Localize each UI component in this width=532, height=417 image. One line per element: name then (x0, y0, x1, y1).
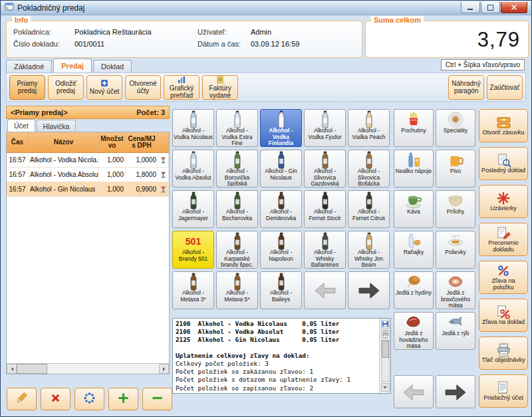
category-tile-pivo[interactable]: Pivo (436, 150, 475, 188)
save-output-button[interactable] (381, 320, 390, 329)
product-tile-alkohol-baileys[interactable]: Alkohol - Baileys (260, 271, 302, 309)
total-amount: 3,79 (477, 28, 520, 52)
cell-time: 16:57 (7, 182, 29, 196)
product-tile-alkohol-slivovica-gazdovsk[interactable]: Alkohol - Slivovica Gazdovská (304, 150, 346, 188)
sale-horizontal-scrollbar[interactable] (7, 363, 169, 374)
print-output-button[interactable] (381, 330, 390, 339)
category-tile-polievky[interactable]: Polievky (436, 231, 475, 269)
item-options-button[interactable] (74, 388, 104, 410)
toolbar-priamy-predaj[interactable]: Priamy predaj (9, 75, 45, 100)
product-tile-alkohol-whisky-ballantines[interactable]: Alkohol - Whisky Ballantines (304, 231, 346, 269)
output-scroll-thumb[interactable] (382, 341, 389, 358)
product-tile-alkohol-borovi-ka-spi-sk[interactable]: Alkohol - Borovička Spišská (216, 150, 258, 188)
output-scroll-down-arrow[interactable] (381, 383, 390, 392)
soup-icon (447, 233, 464, 249)
product-tile-alkohol-fernet-citrus[interactable]: Alkohol - Fernet Citrus (348, 190, 390, 228)
otvori-z-suvku-button[interactable]: Otvoriť zásuvku (479, 109, 528, 142)
tab-z-kladn[interactable]: Základné (6, 60, 52, 72)
bottle-icon (231, 273, 244, 290)
bottle-icon (362, 192, 376, 209)
toolbar-label: Otvorené účty (127, 80, 159, 94)
title-bar[interactable]: Pokladničný predaj (1, 1, 531, 15)
increase-qty-button[interactable] (108, 388, 138, 410)
product-tile-alkohol-jagermayer[interactable]: Alkohol - Jagermayer (172, 190, 214, 228)
toolbar-odlo-i-predaj[interactable]: Odložiť predaj (48, 75, 84, 100)
category-tile-speciality[interactable]: Speciality (436, 109, 475, 147)
products-next-button[interactable] (348, 271, 390, 309)
z-ava-na-polo-ku-button[interactable]: Zľava na položku (479, 261, 528, 294)
category-tile-pochutiny[interactable]: Pochutiny (394, 109, 434, 147)
category-tile-jedl-z-hydiny[interactable]: Jedlá z hydiny (394, 271, 434, 309)
product-tile-alkohol-fernet-stock[interactable]: Alkohol - Fernet Stock (304, 190, 346, 228)
product-label: Alkohol - Metaxa 5* (217, 290, 257, 303)
output-line: 2100 Alkohol - Vodka Nicolaus 0,05 liter (176, 320, 376, 328)
decrease-qty-button[interactable] (142, 388, 172, 410)
product-tile-alkohol-vodka-nicolaus[interactable]: Alkohol - Vodka Nicolaus (172, 109, 214, 147)
output-scrollbar[interactable] (381, 340, 390, 382)
category-tile-pr-lohy[interactable]: Prílohy (436, 190, 475, 228)
fish-icon (447, 314, 464, 331)
cell-price: 0,9900 (126, 182, 158, 196)
tab-doklad[interactable]: Doklad (93, 60, 132, 72)
scroll-left-arrow[interactable] (7, 364, 17, 374)
toolbar-grafick-preh-ad[interactable]: Grafický prehľad (164, 75, 200, 100)
products-prev-button[interactable] (304, 271, 346, 309)
scroll-thumb[interactable] (17, 364, 47, 374)
product-tile-alkohol-vodka-fjodor[interactable]: Alkohol - Vodka Fjodor (304, 109, 346, 147)
product-tile-alkohol-metaxa-3[interactable]: Alkohol - Metaxa 3* (172, 271, 214, 309)
product-tile-alkohol-karpatsk-brandy-pec[interactable]: Alkohol - Karpatské brandy špec. (216, 231, 258, 269)
minimize-button[interactable] (461, 2, 480, 13)
precenenie-dokladu-button[interactable]: Precenenie dokladu (479, 223, 528, 256)
toolbar-za-tova[interactable]: Zaúčtovať (487, 75, 523, 100)
delete-item-button[interactable] (41, 388, 70, 410)
z-ava-na-doklad-button[interactable]: Zľava na doklad (479, 299, 528, 332)
cell-name: Alkohol - Vodka Nicola... (29, 153, 99, 167)
tab-ucet[interactable]: Účet (7, 119, 35, 132)
product-tile-alkohol-gin-nicolaus[interactable]: Alkohol - Gin Nicolaus (260, 150, 302, 188)
product-tile-alkohol-dem-novka[interactable]: Alkohol - Demänovka (260, 190, 302, 228)
product-label: Alkohol - Vodka Nicolaus (174, 128, 213, 140)
category-tile-nealko-n-poje[interactable]: Nealko nápoje (394, 150, 434, 188)
product-tile-alkohol-becherovka[interactable]: Alkohol - Becherovka (216, 190, 258, 228)
product-tile-alkohol-vodka-extra-fine[interactable]: Alkohol - Vodka Extra Fine (216, 109, 258, 147)
category-tile-jedl-z-brav-ov-ho-m-sa[interactable]: Jedlá z bravčového mäsa (436, 271, 475, 309)
table-row[interactable]: 16:57Alkohol - Vodka Nicola...1,0001,000… (7, 153, 169, 168)
pencil-icon (15, 392, 28, 406)
tab-hlavicka[interactable]: Hlavička (37, 120, 76, 132)
category-tile-k-va[interactable]: Káva (394, 190, 434, 228)
table-row[interactable]: 16:57Alkohol - Vodka Absolut1,0001,8000 (7, 168, 169, 182)
product-tile-alkohol-slivovica-bo-cka[interactable]: Alkohol - Slivovica Bošácka (348, 150, 390, 188)
side-button-label: Zľava na položku (481, 278, 526, 291)
toolbar-fakt-ry-vydan[interactable]: Faktúry vydané (202, 75, 238, 100)
toolbar-n-hradn-parag-n[interactable]: Náhradný paragón (448, 75, 484, 100)
tla-objedn-vky-button[interactable]: Tlač objednávky (479, 337, 528, 370)
toolbar-nov-et[interactable]: Nový účet (86, 75, 122, 100)
table-row[interactable]: 16:57Alkohol - Gin Nicolaus1,0000,9900 (7, 182, 169, 197)
category-tile-jedl-z-r-b[interactable]: Jedlá z rýb (436, 312, 475, 350)
category-tile-ra-ajky[interactable]: Raňajky (394, 231, 434, 269)
priebe-n-et-button[interactable]: Priebežný účet (479, 374, 528, 408)
edit-item-button[interactable] (7, 388, 37, 410)
side-button-label: Precenenie dokladu (481, 240, 526, 253)
product-tile-alkohol-vodka-finlandia[interactable]: Alkohol - Vodka Finlandia (260, 109, 302, 147)
tab-predaj[interactable]: Predaj (53, 59, 92, 72)
categories-next-button[interactable] (436, 375, 475, 408)
uz-vierky-button[interactable]: Uzávierky (479, 185, 528, 218)
product-tile-alkohol-vodka-peach[interactable]: Alkohol - Vodka Peach (348, 109, 390, 147)
scroll-right-arrow[interactable] (159, 364, 169, 374)
product-tile-alkohol-vodka-absolut[interactable]: Alkohol - Vodka Absolut (172, 150, 214, 188)
scroll-track[interactable] (47, 364, 159, 374)
product-tile-alkohol-napoleon[interactable]: Alkohol - Napoleon (260, 231, 302, 269)
product-tile-alkohol-metaxa-5[interactable]: Alkohol - Metaxa 5* (216, 271, 258, 309)
category-tile-jedl-z-hov-dzieho-m-sa[interactable]: Jedlá z hovädzieho mäsa (394, 312, 434, 350)
categories-prev-button[interactable] (394, 375, 434, 408)
cell-qty: 1,000 (99, 182, 126, 196)
maximize-button[interactable] (481, 2, 500, 13)
product-tile-alkohol-whisky-jim-beam[interactable]: Alkohol - Whisky Jim Beam (348, 231, 390, 269)
posledn-doklad-button[interactable]: Posledný doklad (479, 147, 528, 180)
close-button[interactable] (501, 2, 527, 13)
info-fields: Pokladnica: Pokladnica Reštaurácia Užíva… (13, 26, 358, 50)
toolbar-otvoren-ty[interactable]: Otvorené účty (125, 75, 161, 100)
discount-item-icon (497, 263, 510, 278)
product-tile-alkohol-brandy-501[interactable]: 501Alkohol - Brandy 501 (172, 231, 214, 269)
